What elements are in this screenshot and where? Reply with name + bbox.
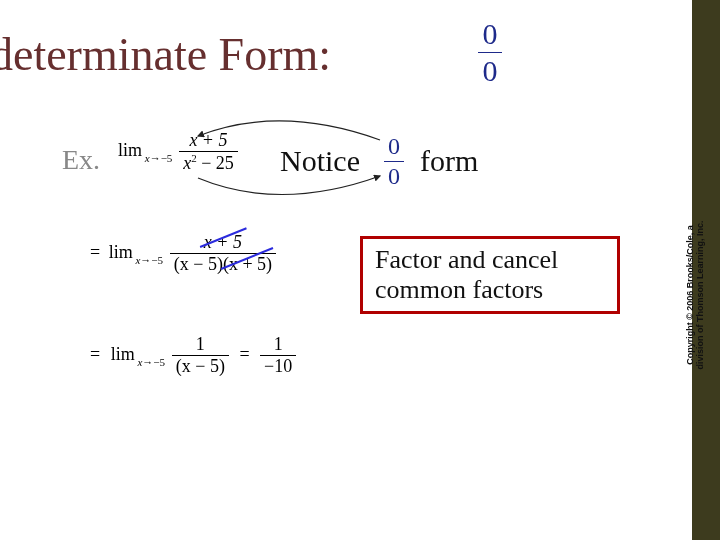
callout-box: Factor and cancel common factors: [360, 236, 620, 314]
callout-text: Factor and cancel common factors: [375, 245, 558, 304]
eq2-den-a: (x − 5): [174, 254, 223, 274]
eq3-lim: lim: [111, 344, 135, 364]
notice-frac-den: 0: [384, 164, 404, 189]
limit-expression-1: lim x→−5 x + 5 x2 − 25: [118, 130, 238, 174]
eq3-num2: 1: [260, 334, 296, 355]
title-fraction-zero-over-zero: 0 0: [478, 18, 502, 86]
eq3-den: (x − 5): [172, 355, 229, 377]
eq2-eq: =: [90, 242, 100, 262]
eq3-eq2: =: [239, 344, 249, 364]
title-frac-den: 0: [478, 55, 502, 87]
lim1-num: x + 5: [189, 130, 227, 150]
eq2-sub-val: −5: [151, 254, 163, 266]
notice-label: Notice: [280, 144, 360, 178]
title-frac-num: 0: [478, 18, 502, 50]
fraction-bar: [384, 161, 404, 162]
notice-frac-num: 0: [384, 134, 404, 159]
lim-text: lim: [118, 140, 142, 160]
eq3-num: 1: [172, 334, 229, 355]
eq3-den2: −10: [260, 355, 296, 377]
fraction-bar: [478, 52, 502, 53]
eq3-sub-arrow: →: [142, 356, 153, 368]
copyright-text: Copyright © 2006 Brooks/Cole, a division…: [686, 220, 706, 370]
limit-expression-3: = lim x→−5 1 (x − 5) = 1 −10: [90, 334, 296, 377]
lim1-sub-val: −5: [161, 152, 173, 164]
lim1-den-left: x: [183, 153, 191, 173]
limit-expression-2: = lim x→−5 x + 5 (x − 5) (x + 5): [90, 232, 276, 275]
lim1-den-right: − 25: [197, 153, 234, 173]
notice-fraction-zero-over-zero: 0 0: [384, 134, 404, 189]
page-title: determinate Form:: [0, 28, 331, 81]
eq2-sub-arrow: →: [140, 254, 151, 266]
lim1-sub-arrow: →: [150, 152, 161, 164]
example-label: Ex.: [62, 144, 100, 176]
eq2-lim: lim: [109, 242, 133, 262]
eq3-eq1: =: [90, 344, 100, 364]
eq3-sub-val: −5: [153, 356, 165, 368]
form-label: form: [420, 144, 478, 178]
